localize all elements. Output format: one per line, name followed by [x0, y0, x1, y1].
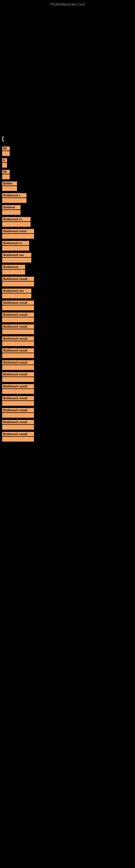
bottleneck-bar [2, 210, 20, 215]
bottleneck-result-label: Bottleneck result [2, 372, 34, 376]
bottleneck-bar [2, 329, 34, 334]
bottleneck-result-label: Bottlene [2, 205, 20, 209]
list-item: Bottleneck result [0, 324, 135, 334]
bottleneck-bar-row [2, 293, 135, 299]
bottleneck-bar-row [2, 389, 135, 394]
bottleneck-result-label: Bottleneck result [2, 360, 34, 365]
list-item: Bottleneck result [0, 396, 135, 406]
bottleneck-bar-row [2, 425, 135, 430]
bottleneck-result-label: Bottleneck result [2, 336, 34, 341]
bottleneck-bar [2, 377, 34, 382]
list-item: Bottleneck result [0, 384, 135, 394]
bottleneck-bar [2, 365, 34, 370]
list-item: Bottleneck result [0, 301, 135, 310]
bottleneck-bar [2, 425, 34, 430]
bottleneck-bar [2, 186, 17, 191]
bottleneck-bar-row [2, 341, 135, 346]
bottleneck-result-label: B4 [2, 147, 10, 151]
list-item: Bottleneck result [0, 408, 135, 418]
bottleneck-bar-row [2, 377, 135, 382]
bottleneck-result-label: Bottleneck result [2, 348, 34, 352]
list-item: Bottleneck result [0, 420, 135, 430]
bottleneck-bar [2, 317, 34, 322]
list-item: Bottleneck r [0, 193, 135, 203]
site-title: TheBottlenecker.com [50, 2, 85, 6]
bottleneck-bar [2, 389, 34, 394]
bottleneck-result-label: B4 [2, 170, 10, 174]
bottleneck-result-label: Bottleneck re [2, 241, 29, 245]
bracket-label: [ [2, 135, 4, 142]
bottleneck-result-label: Bottleneck [2, 265, 25, 269]
bottleneck-bar-row [2, 353, 135, 358]
bottleneck-result-label: Bottleneck re [2, 217, 31, 221]
list-item: Bottleneck res [0, 289, 135, 299]
bottleneck-result-label: E [2, 158, 7, 162]
bottleneck-bar-row [2, 234, 135, 239]
bottleneck-result-label: Bottleneck result [2, 301, 34, 305]
list-item: Bottleneck re [0, 217, 135, 227]
bottleneck-bar-row [2, 163, 135, 167]
bottleneck-bar [2, 258, 31, 262]
bottleneck-bar [2, 234, 34, 239]
bottleneck-bar [2, 293, 31, 299]
bottleneck-bar [2, 163, 7, 167]
list-item: B4 [0, 170, 135, 179]
list-item: Bottleneck result [0, 432, 135, 442]
bottleneck-result-label: Bottleneck result [2, 324, 34, 329]
bottleneck-bar [2, 198, 27, 203]
bottleneck-result-label: Bottlen [2, 182, 17, 186]
list-item: Bottlen [0, 182, 135, 191]
bottleneck-result-label: Bottleneck result [2, 396, 34, 400]
bottleneck-bar-row [2, 329, 135, 334]
bottleneck-bar-row [2, 210, 135, 215]
bottleneck-bar [2, 413, 34, 418]
list-item: Bottleneck result [0, 360, 135, 370]
list-item: E [0, 158, 135, 167]
bottleneck-bar [2, 437, 34, 442]
bottleneck-bar-row [2, 198, 135, 203]
bottleneck-bar-row [2, 258, 135, 262]
list-item: Bottleneck result [0, 348, 135, 358]
bottleneck-items-container: B4EB4BottlenBottleneck rBottleneBottlene… [0, 147, 135, 444]
list-item: B4 [0, 147, 135, 156]
bottleneck-result-label: Bottleneck result [2, 432, 34, 436]
bottleneck-bar [2, 341, 34, 346]
bottleneck-bar [2, 401, 34, 406]
bottleneck-bar-row [2, 413, 135, 418]
bottleneck-bar-row [2, 305, 135, 310]
bottleneck-bar-row [2, 437, 135, 442]
bottleneck-bar [2, 305, 34, 310]
list-item: Bottlene [0, 205, 135, 215]
list-item: Bottleneck [0, 265, 135, 275]
bottleneck-bar-row [2, 270, 135, 275]
list-item: Bottleneck result [0, 312, 135, 322]
bottleneck-result-label: Bottleneck result [2, 408, 34, 412]
bottleneck-bar-row [2, 401, 135, 406]
bottleneck-bar-row [2, 151, 135, 156]
bottleneck-result-label: Bottleneck r [2, 193, 27, 197]
bottleneck-bar [2, 222, 31, 227]
bottleneck-result-label: Bottleneck result [2, 420, 34, 424]
bottleneck-bar-row [2, 282, 135, 286]
list-item: Bottleneck resul [0, 229, 135, 239]
bottleneck-result-label: Bottleneck result [2, 384, 34, 389]
bottleneck-result-label: Bottleneck result [2, 277, 34, 281]
bottleneck-bar [2, 282, 34, 286]
bottleneck-result-label: Bottleneck result [2, 312, 34, 317]
bottleneck-result-label: Bottleneck resul [2, 229, 34, 233]
bottleneck-bar-row [2, 222, 135, 227]
bottleneck-bar [2, 353, 34, 358]
bottleneck-bar [2, 151, 10, 156]
bottleneck-bar-row [2, 246, 135, 251]
list-item: Bottleneck re [0, 241, 135, 251]
bottleneck-result-label: Bottleneck res [2, 289, 31, 293]
list-item: Bottleneck res [0, 253, 135, 262]
list-item: Bottleneck result [0, 277, 135, 286]
list-item: Bottleneck result [0, 372, 135, 382]
bottleneck-bar [2, 175, 10, 179]
bottleneck-bar-row [2, 365, 135, 370]
bottleneck-bar-row [2, 186, 135, 191]
bottleneck-bar [2, 270, 25, 275]
bottleneck-bar-row [2, 317, 135, 322]
bottleneck-bar [2, 246, 29, 251]
